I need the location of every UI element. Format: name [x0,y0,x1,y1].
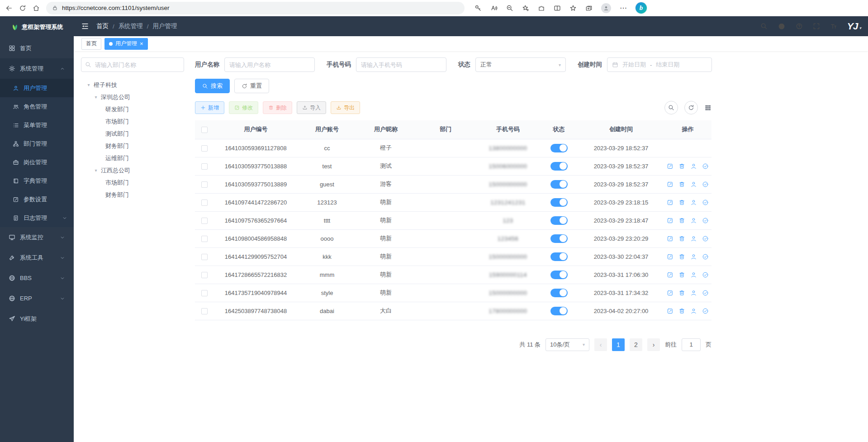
status-toggle[interactable] [550,289,568,297]
read-aloud-icon[interactable] [490,5,498,12]
tree-node-dept[interactable]: 市场部门 [81,176,184,189]
delete-button[interactable]: 删除 [263,101,292,114]
goto-page-input[interactable] [682,338,701,351]
assign-role-icon[interactable] [702,308,709,314]
user-avatar[interactable]: YJ ▾ [847,21,861,32]
status-toggle[interactable] [550,252,568,261]
row-checkbox[interactable] [201,163,208,170]
delete-icon[interactable] [678,308,685,314]
delete-icon[interactable] [678,271,685,278]
sidebar-item-tools[interactable]: 系统工具 [0,247,74,268]
browser-back-icon[interactable] [5,5,13,12]
assign-role-icon[interactable] [702,290,709,296]
sidebar-item-menus[interactable]: 菜单管理 [0,116,74,134]
page-size-select[interactable]: 10条/页 ▾ [545,338,589,351]
app-logo[interactable]: 意框架管理系统 [0,16,74,38]
status-select[interactable]: 正常 ▾ [475,57,566,72]
sidebar-item-bbs[interactable]: BBS [0,268,74,288]
row-checkbox[interactable] [201,272,208,278]
sidebar-item-yi-framework[interactable]: Yi框架 [0,309,74,329]
browser-home-icon[interactable] [33,5,40,12]
row-checkbox[interactable] [201,308,208,314]
delete-icon[interactable] [678,217,685,224]
select-all-checkbox[interactable] [201,127,208,133]
prev-page-button[interactable]: ‹ [594,338,607,351]
assign-role-icon[interactable] [702,163,709,170]
zoom-out-icon[interactable] [506,5,513,12]
status-toggle[interactable] [550,198,568,207]
phone-input[interactable] [356,57,446,72]
status-toggle[interactable] [550,180,568,189]
sidebar-item-home[interactable]: 首页 [0,38,74,58]
status-toggle[interactable] [550,234,568,243]
add-favorite-icon[interactable] [522,5,529,12]
favorites-bar-icon[interactable] [569,5,577,12]
row-checkbox[interactable] [201,290,208,296]
toggle-search-button[interactable] [664,101,678,114]
caret-down-icon[interactable]: ▾ [86,82,91,87]
delete-icon[interactable] [678,253,685,260]
date-range-picker[interactable]: 开始日期 - 结束日期 [607,57,712,72]
breadcrumb-home[interactable]: 首页 [96,22,109,30]
close-icon[interactable]: × [140,41,143,47]
delete-icon[interactable] [678,163,685,170]
status-toggle[interactable] [550,162,568,171]
assign-role-icon[interactable] [702,199,709,206]
sidebar-item-logs[interactable]: 日志管理 [0,209,74,227]
dept-search-input[interactable] [81,57,184,72]
assign-role-icon[interactable] [702,271,709,278]
page-button-1[interactable]: 1 [612,338,625,351]
browser-profile-avatar[interactable] [601,3,611,13]
address-bar[interactable]: https://ccnetcore.com:1101/system/user [46,2,465,14]
delete-icon[interactable] [678,199,685,206]
row-checkbox[interactable] [201,145,208,152]
export-button[interactable]: 导出 [331,101,360,114]
assign-role-icon[interactable] [702,217,709,224]
header-search-icon[interactable] [760,23,768,30]
status-toggle[interactable] [550,307,568,315]
username-input[interactable] [224,57,315,72]
search-button[interactable]: 搜索 [195,79,230,93]
reset-password-icon[interactable] [690,253,697,260]
reset-button[interactable]: 重置 [234,79,269,93]
add-button[interactable]: 新增 [195,101,224,114]
tree-node-dept[interactable]: 研发部门 [81,103,184,115]
column-settings-button[interactable] [704,104,711,111]
tree-node-dept[interactable]: 财务部门 [81,140,184,152]
reset-password-icon[interactable] [690,217,697,224]
page-button-2[interactable]: 2 [630,338,642,351]
fullscreen-icon[interactable] [813,23,820,30]
sidebar-item-parameters[interactable]: 参数设置 [0,190,74,209]
tree-node-branch[interactable]: ▾深圳总公司 [81,91,184,103]
reset-password-icon[interactable] [690,199,697,206]
edit-icon[interactable] [667,199,674,206]
bing-icon[interactable]: b [636,2,647,14]
assign-role-icon[interactable] [702,181,709,188]
sidebar-item-departments[interactable]: 部门管理 [0,134,74,153]
edit-icon[interactable] [667,217,674,224]
sidebar-item-monitor[interactable]: 系统监控 [0,227,74,247]
edit-icon[interactable] [667,253,674,260]
row-checkbox[interactable] [201,200,208,206]
sidebar-item-system[interactable]: 系统管理 [0,58,74,79]
status-toggle[interactable] [550,271,568,279]
edit-icon[interactable] [667,163,674,170]
caret-down-icon[interactable]: ▾ [94,95,98,100]
help-icon[interactable] [796,23,803,30]
collections-icon[interactable] [585,5,593,12]
reset-password-icon[interactable] [690,235,697,242]
reset-password-icon[interactable] [690,181,697,188]
tree-node-branch[interactable]: ▾江西总公司 [81,164,184,176]
password-key-icon[interactable] [474,5,482,12]
split-screen-icon[interactable] [554,5,561,12]
caret-down-icon[interactable]: ▾ [94,168,98,173]
tree-node-dept[interactable]: 市场部门 [81,115,184,128]
reset-password-icon[interactable] [690,163,697,170]
breadcrumb-system[interactable]: 系统管理 [119,22,143,30]
github-icon[interactable] [778,22,786,30]
collapse-sidebar-icon[interactable] [81,22,89,30]
edit-icon[interactable] [667,181,674,188]
refresh-table-button[interactable] [684,101,698,114]
status-toggle[interactable] [550,216,568,225]
edit-icon[interactable] [667,308,674,314]
